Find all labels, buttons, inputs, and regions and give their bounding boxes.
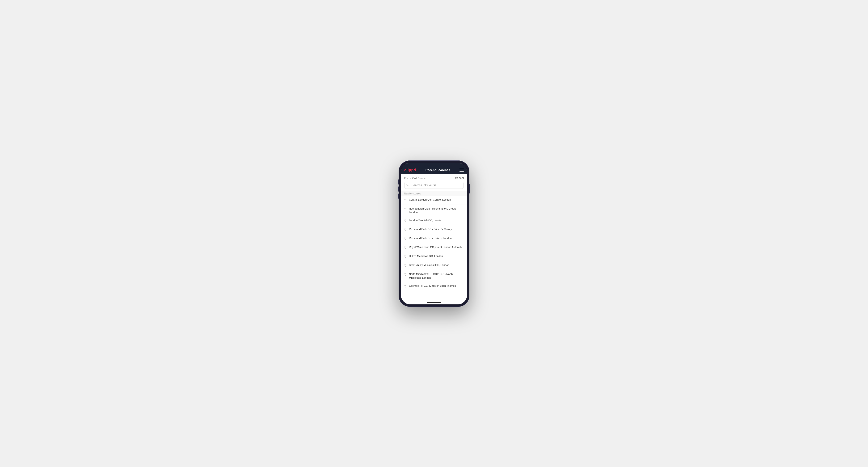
- location-pin-icon: [404, 237, 407, 241]
- location-pin-icon: [404, 228, 407, 232]
- phone-screen: clippd Recent Searches Find a Golf Cours…: [401, 163, 467, 304]
- svg-point-11: [405, 285, 406, 286]
- course-list: Central London Golf Centre, London Roeha…: [401, 196, 467, 301]
- location-pin-icon: [404, 246, 407, 250]
- phone-frame: clippd Recent Searches Find a Golf Cours…: [399, 160, 469, 307]
- location-pin-icon: [404, 207, 407, 212]
- course-name: Royal Wimbledon GC, Great London Authori…: [409, 245, 462, 249]
- nearby-courses-label: Nearby courses: [401, 191, 467, 196]
- svg-point-4: [405, 220, 406, 220]
- list-item[interactable]: London Scottish GC, London: [401, 216, 467, 225]
- course-name: Richmond Park GC - Prince's, Surrey: [409, 227, 452, 231]
- side-button-right: [469, 184, 470, 193]
- location-pin-icon: [404, 273, 407, 277]
- list-item[interactable]: Brent Valley Municipal GC, London: [401, 261, 467, 270]
- list-item[interactable]: Dukes Meadows GC, London: [401, 252, 467, 261]
- list-item[interactable]: Coombe Hill GC, Kingston upon Thames: [401, 282, 467, 291]
- svg-point-8: [405, 256, 406, 256]
- course-name: Richmond Park GC - Duke's, London: [409, 237, 452, 240]
- list-item[interactable]: North Middlesex GC (1011942 - North Midd…: [401, 270, 467, 282]
- home-bar: [427, 302, 441, 303]
- list-item[interactable]: Central London Golf Centre, London: [401, 196, 467, 205]
- search-icon: [406, 184, 409, 187]
- location-pin-icon: [404, 284, 407, 289]
- find-header: Find a Golf Course Cancel: [401, 174, 467, 182]
- list-item[interactable]: Royal Wimbledon GC, Great London Authori…: [401, 243, 467, 252]
- location-pin-icon: [404, 255, 407, 259]
- nav-title: Recent Searches: [426, 168, 450, 172]
- side-buttons-left: [398, 179, 399, 199]
- find-golf-label: Find a Golf Course: [404, 177, 426, 180]
- svg-point-5: [405, 229, 406, 229]
- app-logo: clippd: [404, 168, 416, 172]
- top-nav: clippd Recent Searches: [401, 166, 467, 174]
- status-bar: [401, 163, 467, 166]
- home-indicator: [401, 301, 467, 304]
- hamburger-menu-icon[interactable]: [460, 169, 464, 172]
- list-item[interactable]: Roehampton Club - Roehampton, Greater Lo…: [401, 205, 467, 217]
- svg-point-10: [405, 274, 406, 274]
- svg-point-6: [405, 238, 406, 238]
- svg-point-2: [405, 199, 406, 199]
- list-item[interactable]: Richmond Park GC - Duke's, London: [401, 234, 467, 243]
- svg-line-1: [408, 185, 409, 186]
- list-item[interactable]: Richmond Park GC - Prince's, Surrey: [401, 225, 467, 234]
- location-pin-icon: [404, 263, 407, 268]
- search-input[interactable]: [404, 182, 464, 189]
- content-area: Find a Golf Course Cancel Nearby courses: [401, 174, 467, 301]
- location-pin-icon: [404, 219, 407, 223]
- course-name: Dukes Meadows GC, London: [409, 254, 443, 258]
- course-name: Central London Golf Centre, London: [409, 198, 451, 201]
- location-pin-icon: [404, 198, 407, 203]
- course-name: North Middlesex GC (1011942 - North Midd…: [409, 272, 464, 280]
- svg-point-9: [405, 265, 406, 265]
- svg-point-7: [405, 247, 406, 247]
- course-name: Roehampton Club - Roehampton, Greater Lo…: [409, 207, 464, 214]
- course-name: Brent Valley Municipal GC, London: [409, 263, 449, 267]
- course-name: London Scottish GC, London: [409, 219, 442, 222]
- svg-point-3: [405, 208, 406, 209]
- search-box-container: [404, 182, 464, 189]
- cancel-button[interactable]: Cancel: [455, 177, 464, 180]
- course-name: Coombe Hill GC, Kingston upon Thames: [409, 284, 456, 288]
